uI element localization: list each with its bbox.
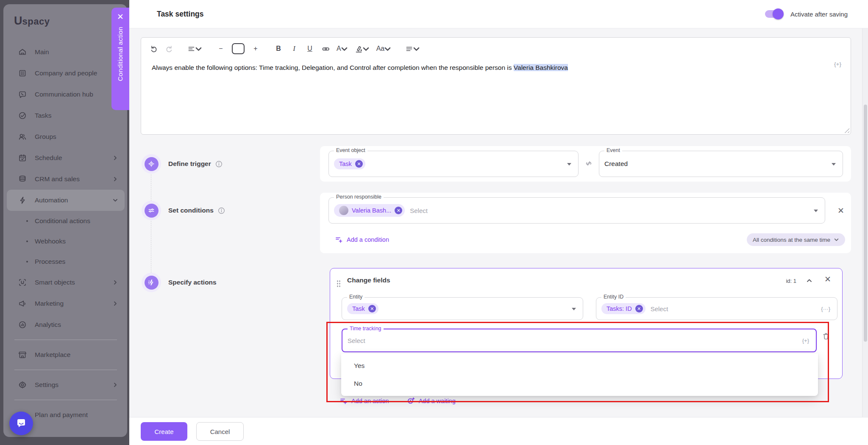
person-chip[interactable]: Valeria Bash...✕ <box>334 204 405 217</box>
sidebar-item-company-and-people[interactable]: Company and people <box>7 63 125 84</box>
drag-handle[interactable] <box>337 280 340 287</box>
close-icon[interactable]: ✕ <box>117 13 124 21</box>
sidebar-item-crm-and-sales[interactable]: CRM and sales <box>7 169 125 190</box>
chevron-right-icon <box>113 155 118 160</box>
insert-link-button[interactable] <box>319 42 332 55</box>
remove-condition-icon[interactable]: ✕ <box>837 207 844 215</box>
trigger-card: Event object Task✕ Event Created <box>320 146 851 182</box>
remove-action-icon[interactable]: ✕ <box>824 275 831 283</box>
align-button[interactable] <box>403 42 422 55</box>
dropdown-caret-icon[interactable] <box>572 308 576 310</box>
event-object-select[interactable]: Event object Task✕ <box>328 151 579 177</box>
sidebar-item-groups[interactable]: Groups <box>7 126 125 147</box>
time-tracking-select[interactable]: Time tracking Select {+} <box>342 329 817 352</box>
increase-font-size-button[interactable]: + <box>249 42 262 55</box>
sidebar-item-communication-hub[interactable]: Communication hub <box>7 84 125 105</box>
megaphone-icon <box>18 299 27 308</box>
support-chat-button[interactable] <box>9 412 33 435</box>
sliders-icon <box>147 206 156 215</box>
entity-id-chip[interactable]: Tasks: ID✕ <box>601 303 645 314</box>
info-icon[interactable] <box>215 160 223 168</box>
sidebar-divider <box>14 400 117 400</box>
font-case-button[interactable]: Aa <box>375 42 394 55</box>
database-icon <box>18 174 27 184</box>
font-size-box[interactable] <box>230 42 246 55</box>
activate-after-saving-toggle[interactable] <box>765 10 783 18</box>
redo-button[interactable] <box>163 42 175 55</box>
event-select[interactable]: Event Created <box>599 151 843 177</box>
remove-chip-icon[interactable]: ✕ <box>395 207 402 214</box>
gear-icon <box>18 380 27 390</box>
dropdown-caret-icon[interactable] <box>814 210 818 212</box>
sidebar: Uspacy Main Company and people Communica… <box>3 4 127 437</box>
scrollbar-thumb[interactable] <box>864 105 867 342</box>
dropdown-caret-icon[interactable] <box>832 163 836 166</box>
text-color-button[interactable]: A <box>335 42 350 55</box>
sidebar-item-settings[interactable]: Settings <box>7 374 125 395</box>
sidebar-item-tasks[interactable]: Tasks <box>7 105 125 126</box>
chat-bubble-icon <box>18 90 27 99</box>
add-waiting-link[interactable]: Add a waiting <box>407 397 456 405</box>
sidebar-item-processes[interactable]: Processes <box>7 252 125 272</box>
collapse-icon[interactable] <box>806 277 812 284</box>
paragraph-style-button[interactable] <box>186 42 204 55</box>
remove-chip-icon[interactable]: ✕ <box>635 305 643 312</box>
uspacy-logo: Uspacy <box>14 14 50 28</box>
italic-button[interactable]: I <box>288 42 300 55</box>
sidebar-item-webhooks[interactable]: Webhooks <box>7 231 125 252</box>
info-icon[interactable] <box>218 207 225 214</box>
sidebar-item-automation[interactable]: Automation <box>7 190 125 211</box>
undo-button[interactable] <box>147 42 160 55</box>
remove-chip-icon[interactable]: ✕ <box>355 160 363 168</box>
bullet-icon <box>26 220 28 222</box>
sidebar-item-conditional-actions[interactable]: Conditional actions <box>7 211 125 231</box>
event-object-chip[interactable]: Task✕ <box>334 158 365 169</box>
person-responsible-select[interactable]: Person responsible Valeria Bash...✕ Sele… <box>328 197 825 224</box>
sidebar-item-smart-objects[interactable]: Smart objects <box>7 272 125 293</box>
insert-variable-button[interactable]: {+} <box>802 337 809 344</box>
decrease-font-size-button[interactable]: − <box>214 42 227 55</box>
conditional-action-tab-label: Conditional action <box>117 27 124 81</box>
chevron-down-icon <box>384 45 392 53</box>
scrollbar[interactable] <box>862 28 868 417</box>
cancel-button[interactable]: Cancel <box>196 422 244 441</box>
chevron-down-icon <box>340 45 348 53</box>
avatar <box>339 206 348 215</box>
create-button[interactable]: Create <box>141 422 187 441</box>
description-editor[interactable]: − + B I U A Aa Always enable the followi… <box>141 37 851 135</box>
editor-resize-handle[interactable] <box>844 128 849 133</box>
chevron-right-icon <box>113 301 118 306</box>
sidebar-item-analytics[interactable]: Analytics <box>7 314 125 335</box>
conditions-mode-select[interactable]: All conditions at the same time <box>747 233 845 246</box>
dropdown-option-no[interactable]: No <box>341 375 818 392</box>
target-icon <box>147 160 156 168</box>
store-icon <box>18 350 27 359</box>
sidebar-divider <box>14 370 117 370</box>
sidebar-item-marketing[interactable]: Marketing <box>7 293 125 314</box>
entity-id-select[interactable]: Entity ID Tasks: ID✕ Select {···} <box>596 297 837 320</box>
action-title: Change fields <box>347 276 390 284</box>
sidebar-item-marketplace[interactable]: Marketplace <box>7 344 125 365</box>
insert-variable-button[interactable]: {+} <box>834 61 841 67</box>
braces-token-button[interactable]: {···} <box>821 306 830 312</box>
entity-select[interactable]: Entity Task✕ <box>342 297 583 320</box>
check-circle-icon <box>18 111 27 120</box>
underline-button[interactable]: U <box>303 42 316 55</box>
add-condition-link[interactable]: Add a condition <box>335 235 389 243</box>
entity-chip[interactable]: Task✕ <box>347 303 378 314</box>
bold-button[interactable]: B <box>272 42 285 55</box>
chevron-right-icon <box>113 177 118 182</box>
remove-chip-icon[interactable]: ✕ <box>368 305 376 312</box>
highlight-color-button[interactable] <box>353 42 372 55</box>
trash-icon[interactable] <box>822 332 830 340</box>
bolt-lines-icon <box>147 278 156 287</box>
sidebar-menu: Main Company and people Communication hu… <box>7 41 125 426</box>
editor-text[interactable]: Always enable the following options: Tim… <box>152 64 825 72</box>
dropdown-option-yes[interactable]: Yes <box>341 357 818 375</box>
add-action-link[interactable]: Add an action <box>339 397 389 405</box>
sidebar-item-schedule[interactable]: Schedule <box>7 147 125 169</box>
dropdown-caret-icon[interactable] <box>567 163 571 166</box>
time-tracking-dropdown: Yes No <box>341 354 818 396</box>
conditional-action-tab[interactable]: ✕ Conditional action <box>111 8 129 110</box>
sidebar-item-main[interactable]: Main <box>7 41 125 63</box>
